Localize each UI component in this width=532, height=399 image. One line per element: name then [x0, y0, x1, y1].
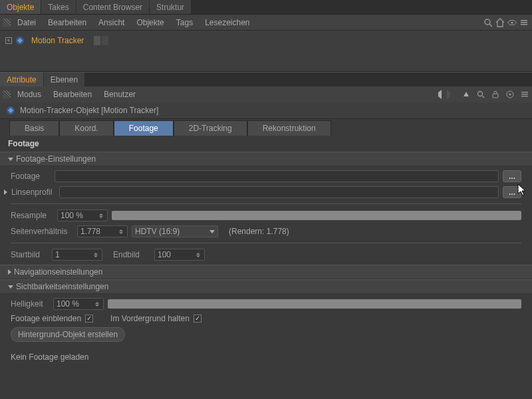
motion-tracker-icon — [15, 35, 25, 46]
disclosure-down-icon — [8, 285, 13, 289]
search-icon[interactable] — [476, 90, 485, 99]
menu-ansicht[interactable]: Ansicht — [93, 16, 130, 29]
label-endbild: Endbild — [113, 250, 150, 259]
grip-icon[interactable] — [3, 90, 11, 98]
menu-lesezeichen[interactable]: Lesezeichen — [200, 16, 255, 29]
tab-takes[interactable]: Takes — [41, 0, 76, 14]
object-type-label: Motion-Tracker-Objekt [Motion Tracker] — [20, 106, 158, 115]
label-seitenverhaeltnis: Seitenverhältnis — [11, 227, 73, 236]
resample-input[interactable]: 100 % — [57, 209, 108, 221]
attribute-menu-bar: Modus Bearbeiten Benutzer — [0, 86, 532, 102]
tab-2d-tracking[interactable]: 2D-Tracking — [174, 120, 247, 136]
menu-modus[interactable]: Modus — [12, 88, 47, 101]
tab-koord[interactable]: Koord. — [59, 120, 113, 136]
group-label: Sichtbarkeitseinstellungen — [16, 282, 108, 291]
browse-lens-button[interactable]: ... — [503, 186, 521, 198]
grip-icon[interactable] — [3, 19, 11, 27]
chevron-down-icon — [209, 230, 215, 233]
lens-profile-input[interactable] — [59, 186, 499, 198]
vordergrund-checkbox[interactable]: ✓ — [194, 315, 201, 323]
object-name[interactable]: Motion Tracker — [28, 35, 87, 47]
menu-overflow-icon[interactable] — [519, 17, 529, 28]
footage-einblenden-checkbox[interactable]: ✓ — [85, 315, 93, 323]
svg-point-8 — [478, 92, 483, 96]
param-tab-bar: Basis Koord. Footage 2D-Tracking Rekonst… — [0, 119, 532, 136]
group-label: Navigationseinstellungen — [14, 267, 102, 277]
disclosure-right-icon — [8, 269, 11, 275]
helligkeit-input[interactable]: 100 % — [53, 298, 104, 310]
svg-rect-4 — [521, 20, 527, 21]
section-footage-title: Footage — [0, 136, 532, 152]
menu-overflow-icon[interactable] — [520, 90, 529, 99]
menu-tags[interactable]: Tags — [171, 16, 198, 29]
menu-bearbeiten2[interactable]: Bearbeiten — [48, 88, 97, 101]
aspect-input[interactable]: 1.778 — [77, 225, 128, 237]
svg-rect-15 — [521, 96, 528, 96]
menu-objekte[interactable]: Objekte — [131, 16, 169, 29]
nav-back-icon[interactable] — [432, 90, 442, 99]
footage-path-input[interactable] — [55, 170, 499, 182]
nav-up-icon[interactable] — [462, 90, 471, 99]
visibility-tag[interactable] — [94, 36, 100, 45]
svg-point-3 — [511, 21, 513, 23]
group-footage-settings[interactable]: Footage-Einstellungen — [0, 152, 532, 166]
aspect-preset-dropdown[interactable]: HDTV (16:9) — [132, 225, 218, 237]
object-menu-bar: Datei Bearbeiten Ansicht Objekte Tags Le… — [0, 15, 532, 31]
tab-basis[interactable]: Basis — [9, 120, 59, 136]
menu-datei[interactable]: Datei — [12, 16, 41, 29]
disclosure-down-icon — [8, 158, 13, 161]
resample-slider[interactable] — [112, 211, 521, 220]
tab-rekonstruktion[interactable]: Rekonstruktion — [247, 120, 331, 136]
tab-footage[interactable]: Footage — [114, 120, 174, 136]
check-icon: ✓ — [86, 315, 92, 322]
disclosure-right-icon[interactable] — [4, 190, 7, 195]
label-footage: Footage — [11, 172, 51, 181]
new-icon[interactable] — [505, 90, 515, 99]
search-icon[interactable] — [483, 17, 493, 28]
tab-content-browser[interactable]: Content Browser — [76, 0, 150, 14]
svg-point-0 — [485, 19, 490, 25]
menu-bearbeiten[interactable]: Bearbeiten — [43, 16, 92, 29]
create-background-object-button[interactable]: Hintergrund-Objekt erstellen — [11, 327, 125, 342]
svg-rect-10 — [493, 94, 498, 98]
tab-ebenen[interactable]: Ebenen — [44, 72, 85, 86]
startbild-input[interactable]: 1 — [52, 249, 102, 261]
group-visibility-settings[interactable]: Sichtbarkeitseinstellungen — [0, 279, 532, 294]
label-footage-einblenden: Footage einblenden — [11, 314, 81, 323]
svg-point-12 — [509, 94, 511, 96]
tab-attribute[interactable]: Attribute — [0, 72, 44, 86]
tab-objekte[interactable]: Objekte — [0, 0, 41, 14]
label-resample: Resample — [11, 211, 53, 220]
object-tags — [94, 36, 108, 45]
helligkeit-slider[interactable] — [108, 299, 521, 309]
object-tree[interactable]: + Motion Tracker — [0, 31, 532, 72]
nav-fwd-icon[interactable] — [447, 90, 456, 99]
svg-line-1 — [489, 24, 492, 27]
group-label: Footage-Einstellungen — [16, 154, 96, 164]
tree-row-motion-tracker[interactable]: + Motion Tracker — [4, 33, 528, 48]
render-aspect-label: (Rendern: 1.778) — [229, 227, 289, 236]
home-icon[interactable] — [495, 17, 505, 28]
label-helligkeit: Helligkeit — [11, 299, 49, 309]
group-navigation-settings[interactable]: Navigationseinstellungen — [0, 265, 532, 279]
menu-benutzer[interactable]: Benutzer — [98, 88, 141, 101]
endbild-input[interactable]: 100 — [154, 249, 205, 261]
check-icon: ✓ — [195, 315, 200, 322]
svg-rect-5 — [521, 22, 527, 23]
svg-rect-6 — [521, 24, 527, 25]
browse-footage-button[interactable]: ... — [503, 170, 521, 182]
motion-tracker-icon — [5, 105, 16, 116]
label-linsenprofil: Linsenprofil — [11, 188, 55, 197]
svg-rect-13 — [521, 92, 528, 92]
eye-icon[interactable] — [507, 17, 517, 28]
svg-rect-14 — [521, 94, 528, 94]
status-text: Kein Footage geladen — [0, 346, 532, 368]
lock-icon[interactable] — [491, 90, 500, 99]
render-tag[interactable] — [102, 36, 108, 45]
top-tab-bar: Objekte Takes Content Browser Struktur — [0, 0, 532, 15]
label-im-vordergrund: Im Vordergrund halten — [110, 314, 190, 323]
expand-icon[interactable]: + — [5, 37, 12, 44]
attribute-tab-bar: Attribute Ebenen — [0, 72, 532, 86]
tab-struktur[interactable]: Struktur — [150, 0, 192, 14]
object-type-header: Motion-Tracker-Objekt [Motion Tracker] — [0, 102, 532, 119]
